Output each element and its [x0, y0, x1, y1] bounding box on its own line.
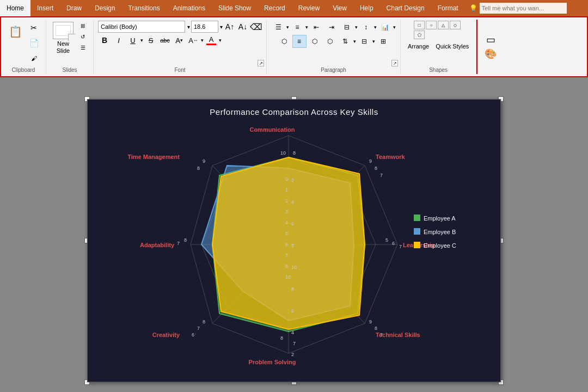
- font-size-input[interactable]: [191, 21, 218, 33]
- radar-chart-svg: .axis-label { font-size: 11px; fill: #e0…: [88, 122, 500, 367]
- font-content: ▾ ▾ A↑ A↓ ⌫ B I U ▾ S abc A ▾ A↔ ▾: [98, 21, 262, 73]
- text-direction-button[interactable]: ⇅: [338, 35, 352, 48]
- slide-canvas[interactable]: Performance Comparison Across Key Skills…: [87, 99, 501, 382]
- strikethrough2-button[interactable]: abc: [158, 34, 171, 47]
- score-creat-6: 6: [192, 332, 194, 338]
- paragraph-label: Paragraph: [267, 67, 400, 73]
- font-expand-button[interactable]: ↗: [258, 60, 264, 66]
- format-painter-button[interactable]: 🖌: [26, 51, 41, 65]
- score-team-9: 9: [369, 158, 372, 164]
- clear-format-button[interactable]: ⌫: [250, 21, 262, 33]
- slide-extra-buttons: ⊞ ↺ ☰: [77, 21, 89, 52]
- charspacing-dropdown-icon[interactable]: ▾: [201, 38, 204, 43]
- bullet-list-button[interactable]: ☰: [271, 21, 285, 34]
- charspacing-button[interactable]: A↔: [187, 34, 200, 47]
- number-list-button[interactable]: ≡: [290, 21, 304, 34]
- tab-design[interactable]: Design: [88, 0, 121, 16]
- chart-area: .axis-label { font-size: 11px; fill: #e0…: [88, 122, 500, 367]
- shapes-label: Shapes: [401, 67, 476, 73]
- align-text-dropdown-icon[interactable]: ▾: [372, 39, 375, 44]
- score-creat-7: 7: [197, 326, 200, 331]
- shape-fill-button[interactable]: 🎨: [485, 48, 497, 60]
- legend-color-b: [414, 228, 420, 235]
- font-color-button[interactable]: A: [205, 34, 218, 47]
- linespacing-dropdown-icon[interactable]: ▾: [374, 24, 377, 30]
- shape-item[interactable]: ◇: [450, 21, 461, 29]
- section-button[interactable]: ☰: [77, 42, 89, 52]
- slides-content: New Slide ⊞ ↺ ☰: [51, 21, 89, 73]
- score-tech-7: 7: [380, 332, 383, 338]
- new-slide-label: New Slide: [57, 40, 70, 54]
- line-spacing-button[interactable]: ↕: [359, 21, 373, 34]
- number-dropdown-icon[interactable]: ▾: [305, 24, 308, 30]
- chart-dropdown-icon[interactable]: ▾: [393, 24, 396, 30]
- bold-button[interactable]: B: [98, 34, 111, 47]
- reset-button[interactable]: ↺: [77, 32, 89, 41]
- columns-dropdown-icon[interactable]: ▾: [355, 24, 358, 30]
- layout-button[interactable]: ⊞: [77, 21, 89, 30]
- slide-icon: [53, 22, 74, 39]
- tab-help[interactable]: Help: [353, 0, 380, 16]
- align-text-button[interactable]: ⊟: [357, 35, 371, 48]
- paragraph-expand-button[interactable]: ↗: [391, 60, 398, 66]
- font-size-dropdown-icon[interactable]: ▾: [220, 24, 223, 30]
- text-direction-dropdown-icon[interactable]: ▾: [353, 39, 356, 44]
- tab-draw[interactable]: Draw: [60, 0, 88, 16]
- font-name-input[interactable]: [98, 21, 185, 33]
- tab-slideshow[interactable]: Slide Show: [212, 0, 258, 16]
- tab-format[interactable]: Format: [431, 0, 465, 16]
- increase-font-button[interactable]: A↑: [224, 21, 236, 33]
- textshadow-button[interactable]: A ▾: [173, 34, 186, 47]
- scale-label-8: 8: [291, 286, 294, 292]
- decrease-font-button[interactable]: A↓: [237, 21, 249, 33]
- shape-item[interactable]: ○: [426, 21, 437, 29]
- chart-button[interactable]: 📊: [378, 21, 392, 34]
- tab-home[interactable]: Home: [0, 0, 30, 16]
- score-team-8: 8: [375, 166, 377, 171]
- ribbon-search-input[interactable]: [480, 3, 567, 14]
- tab-chartdesign[interactable]: Chart Design: [380, 0, 431, 16]
- shape-item[interactable]: □: [414, 21, 425, 29]
- quick-styles-button[interactable]: Quick Styles: [433, 41, 471, 51]
- justify-button[interactable]: ⬡: [323, 35, 337, 48]
- arrange-button[interactable]: Arrange: [405, 41, 432, 51]
- new-slide-button[interactable]: New Slide: [51, 21, 76, 56]
- font-dropdown-icon[interactable]: ▾: [187, 24, 190, 30]
- scale-label-2: 2: [291, 352, 294, 357]
- bullet-dropdown-icon[interactable]: ▾: [286, 24, 289, 30]
- tab-insert[interactable]: Insert: [30, 0, 60, 16]
- svg-marker-16: [212, 157, 365, 329]
- align-center-button[interactable]: ≡: [292, 35, 307, 48]
- shape-item[interactable]: △: [438, 21, 449, 29]
- scale-inner-2: 8: [285, 264, 288, 269]
- shape-item[interactable]: ⬠: [414, 30, 425, 39]
- copy-button[interactable]: 📄: [26, 36, 41, 50]
- scale-label-6: 6: [291, 308, 294, 314]
- tab-review[interactable]: Review: [292, 0, 326, 16]
- font-color-dropdown-icon[interactable]: ▾: [219, 38, 222, 43]
- strikethrough-button[interactable]: S: [144, 34, 157, 47]
- score-time-9: 9: [203, 158, 205, 164]
- paste-button[interactable]: 📋: [5, 21, 25, 42]
- tab-view[interactable]: View: [326, 0, 353, 16]
- underline-button[interactable]: U: [126, 34, 139, 47]
- tab-transitions[interactable]: Transitions: [121, 0, 166, 16]
- slides-label: Slides: [46, 67, 93, 73]
- tab-animations[interactable]: Animations: [167, 0, 212, 16]
- score-prob-8: 8: [280, 335, 283, 341]
- increase-indent-button[interactable]: ⇥: [324, 21, 339, 34]
- font-row1: ▾ ▾ A↑ A↓ ⌫: [98, 21, 262, 33]
- score-adapt-7: 7: [177, 241, 180, 246]
- align-right-button[interactable]: ⬡: [308, 35, 322, 48]
- cut-button[interactable]: ✂: [26, 21, 41, 35]
- textshadow-dropdown-icon[interactable]: ▾: [180, 38, 183, 43]
- smartart-button[interactable]: ⊞: [376, 35, 390, 48]
- align-left-button[interactable]: ⬡: [277, 35, 291, 48]
- tab-record[interactable]: Record: [258, 0, 292, 16]
- decrease-indent-button[interactable]: ⇤: [309, 21, 323, 34]
- underline-dropdown-icon[interactable]: ▾: [140, 38, 143, 43]
- clipboard-label: Clipboard: [1, 67, 46, 73]
- shape-overflow-button[interactable]: ▭: [486, 34, 495, 46]
- columns-button[interactable]: ⊟: [340, 21, 354, 34]
- italic-button[interactable]: I: [112, 34, 125, 47]
